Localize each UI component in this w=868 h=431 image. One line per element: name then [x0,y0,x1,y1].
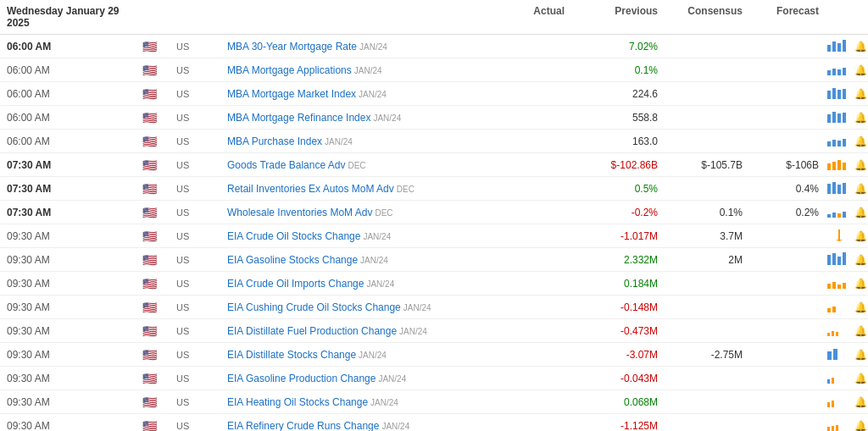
time-cell: 09:30 AM [7,254,50,266]
svg-rect-27 [843,183,846,194]
svg-rect-22 [837,160,841,170]
svg-rect-46 [836,332,838,336]
time-col: 06:00 AM [7,135,142,147]
event-name[interactable]: Retail Inventories Ex Autos MoM Adv [227,183,394,195]
event-name[interactable]: EIA Heating Oil Stocks Change [227,396,368,408]
chart-bell-col: 🔔 [827,299,861,315]
event-name[interactable]: EIA Distillate Fuel Production Change [227,325,397,337]
event-name[interactable]: EIA Crude Oil Imports Change [227,278,364,290]
event-col: EIA Heating Oil Stocks ChangeJAN/24 [227,396,497,408]
event-name[interactable]: EIA Gasoline Production Change [227,373,376,384]
previous-col: 0.068M [573,396,666,408]
event-period: DEC [397,185,415,194]
country-label: US [176,113,189,123]
previous-col: -0.148M [573,301,666,313]
svg-rect-49 [827,379,830,384]
country-label: US [176,350,189,360]
bell-icon[interactable]: 🔔 [854,64,867,76]
country-label: US [176,41,189,52]
chart-bell-col: 🔔 [827,86,861,102]
mini-chart [827,228,851,244]
country-label: US [176,184,189,194]
bell-icon[interactable]: 🔔 [854,301,867,313]
bell-icon[interactable]: 🔔 [854,278,867,290]
previous-col: 7.02% [573,41,666,52]
country-flag: 🇺🇸 [142,348,157,362]
time-col: 06:00 AM [7,112,142,124]
bell-icon[interactable]: 🔔 [854,88,867,100]
event-col: EIA Distillate Fuel Production ChangeJAN… [227,325,497,337]
country-flag: 🇺🇸 [142,253,157,267]
bell-icon[interactable]: 🔔 [854,349,867,361]
chart-bell-col: 🔔 [827,251,861,268]
bell-icon[interactable]: 🔔 [854,159,867,171]
previous-col: -1.125M [573,420,666,432]
svg-rect-45 [832,331,834,336]
time-col: 09:30 AM [7,278,142,290]
bell-icon[interactable]: 🔔 [854,230,867,242]
svg-rect-6 [837,69,841,75]
event-col: MBA 30-Year Mortgage RateJAN/24 [227,41,497,52]
bell-icon[interactable]: 🔔 [854,420,867,432]
previous-col: -0.043M [573,373,666,384]
table-row: 09:30 AM 🇺🇸 US EIA Cushing Crude Oil Sto… [0,296,868,319]
country-col: US [176,112,227,124]
bell-icon[interactable]: 🔔 [854,373,867,384]
flag-col: 🇺🇸 [142,253,176,267]
time-col: 06:00 AM [7,41,142,52]
svg-rect-19 [843,139,846,146]
time-cell: 09:30 AM [7,278,50,290]
country-label: US [176,136,189,146]
bell-icon[interactable]: 🔔 [854,396,867,408]
table-row: 07:30 AM 🇺🇸 US Goods Trade Balance AdvDE… [0,153,868,177]
chart-bell-col: 🔔 [827,62,861,78]
bell-icon[interactable]: 🔔 [854,254,867,266]
bell-icon[interactable]: 🔔 [854,183,867,195]
country-label: US [176,397,189,407]
event-name[interactable]: Wholesale Inventories MoM Adv [227,207,372,218]
event-name[interactable]: EIA Refinery Crude Runs Change [227,420,379,432]
event-col: MBA Mortgage Market IndexJAN/24 [227,88,497,100]
time-cell: 06:00 AM [7,64,50,76]
event-period: JAN/24 [359,42,387,52]
event-name[interactable]: MBA 30-Year Mortgage Rate [227,41,357,52]
table-row: 07:30 AM 🇺🇸 US Retail Inventories Ex Aut… [0,177,868,201]
country-label: US [176,373,189,384]
event-name[interactable]: EIA Gasoline Stocks Change [227,254,358,266]
country-flag: 🇺🇸 [142,64,157,77]
svg-rect-5 [832,69,836,75]
event-col [227,5,497,29]
time-col: 09:30 AM [7,325,142,337]
country-col: US [176,373,227,384]
actual-header: Actual [497,5,573,29]
event-name[interactable]: EIA Cushing Crude Oil Stocks Change [227,301,401,313]
event-col: EIA Gasoline Stocks ChangeJAN/24 [227,254,497,266]
event-name[interactable]: MBA Purchase Index [227,135,322,147]
time-cell: 06:00 AM [7,88,50,100]
event-name[interactable]: EIA Crude Oil Stocks Change [227,230,360,242]
event-name[interactable]: MBA Mortgage Market Index [227,88,356,100]
bell-icon[interactable]: 🔔 [854,207,867,218]
event-name[interactable]: MBA Mortgage Applications [227,64,352,76]
flag-col: 🇺🇸 [142,135,176,148]
event-col: EIA Gasoline Production ChangeJAN/24 [227,373,497,384]
bell-icon[interactable]: 🔔 [854,112,867,124]
svg-rect-41 [843,283,846,289]
time-col: 06:00 AM [7,64,142,76]
event-name[interactable]: MBA Mortgage Refinance Index [227,112,370,124]
svg-rect-34 [827,255,831,265]
chart-bell-col: 🔔 [827,157,861,173]
bell-icon[interactable]: 🔔 [854,41,867,52]
event-name[interactable]: EIA Distillate Stocks Change [227,349,356,361]
bell-icon[interactable]: 🔔 [854,135,867,147]
event-col: EIA Crude Oil Stocks ChangeJAN/24 [227,230,497,242]
country-flag: 🇺🇸 [142,419,157,432]
country-flag: 🇺🇸 [142,182,157,196]
svg-rect-16 [827,141,831,146]
mini-chart [827,62,851,78]
country-label: US [176,65,189,75]
event-period: JAN/24 [354,66,382,75]
event-period: DEC [375,208,392,218]
bell-icon[interactable]: 🔔 [854,325,867,337]
event-name[interactable]: Goods Trade Balance Adv [227,159,345,171]
